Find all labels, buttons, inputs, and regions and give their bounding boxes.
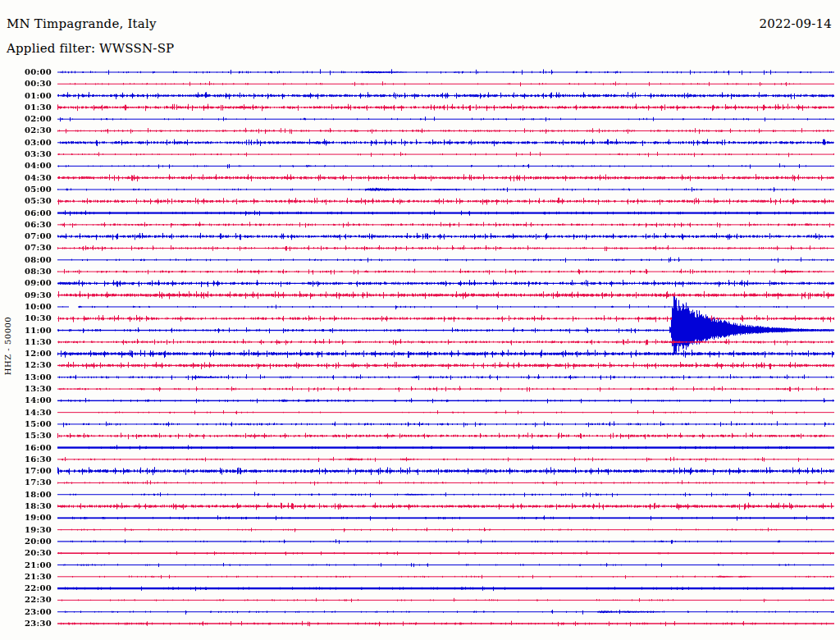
trace-time-label: 13:30	[0, 385, 52, 393]
helicorder-canvas	[0, 0, 840, 640]
helicorder-page: MN Timpagrande, Italy 2022-09-14 Applied…	[0, 0, 840, 640]
trace-time-label: 23:00	[0, 608, 52, 616]
trace-time-label: 09:00	[0, 279, 52, 287]
trace-time-label: 13:00	[0, 373, 52, 382]
trace-time-label: 04:00	[0, 162, 52, 170]
trace-time-label: 14:30	[0, 409, 52, 417]
trace-time-label: 21:30	[0, 573, 52, 581]
trace-time-label: 07:00	[0, 232, 52, 240]
trace-time-label: 10:30	[0, 314, 52, 322]
trace-time-label: 23:30	[0, 619, 52, 628]
trace-time-label: 15:30	[0, 432, 52, 440]
trace-time-label: 16:30	[0, 455, 52, 464]
trace-time-label: 04:30	[0, 174, 52, 182]
trace-time-label: 19:00	[0, 514, 52, 522]
trace-time-label: 11:30	[0, 338, 52, 346]
trace-time-label: 15:00	[0, 420, 52, 428]
trace-time-label: 05:00	[0, 185, 52, 194]
trace-time-label: 22:30	[0, 596, 52, 604]
trace-time-label: 14:00	[0, 396, 52, 405]
trace-time-label: 01:00	[0, 92, 52, 100]
trace-time-label: 01:30	[0, 103, 52, 112]
trace-time-label: 20:30	[0, 549, 52, 557]
trace-time-label: 02:00	[0, 115, 52, 123]
trace-time-label: 19:30	[0, 526, 52, 534]
trace-time-label: 12:00	[0, 350, 52, 358]
trace-time-label: 20:00	[0, 537, 52, 546]
trace-time-label: 07:30	[0, 244, 52, 252]
trace-time-label: 06:00	[0, 209, 52, 217]
trace-time-label: 06:30	[0, 221, 52, 229]
trace-time-label: 18:00	[0, 491, 52, 499]
trace-time-label: 00:00	[0, 68, 52, 76]
trace-time-label: 12:30	[0, 361, 52, 369]
trace-time-label: 17:30	[0, 478, 52, 487]
trace-time-label: 03:30	[0, 150, 52, 158]
trace-time-label: 16:00	[0, 444, 52, 452]
trace-time-label: 18:30	[0, 502, 52, 510]
trace-time-label: 10:00	[0, 303, 52, 311]
trace-time-label: 08:00	[0, 256, 52, 264]
trace-time-label: 02:30	[0, 126, 52, 135]
trace-time-label: 11:00	[0, 327, 52, 335]
trace-time-label: 03:00	[0, 139, 52, 147]
trace-time-label: 17:00	[0, 467, 52, 475]
trace-time-label: 00:30	[0, 80, 52, 88]
trace-time-label: 05:30	[0, 197, 52, 205]
trace-time-label: 08:30	[0, 267, 52, 276]
trace-time-label: 09:30	[0, 291, 52, 299]
trace-time-label: 22:00	[0, 584, 52, 592]
trace-time-label: 21:00	[0, 561, 52, 569]
